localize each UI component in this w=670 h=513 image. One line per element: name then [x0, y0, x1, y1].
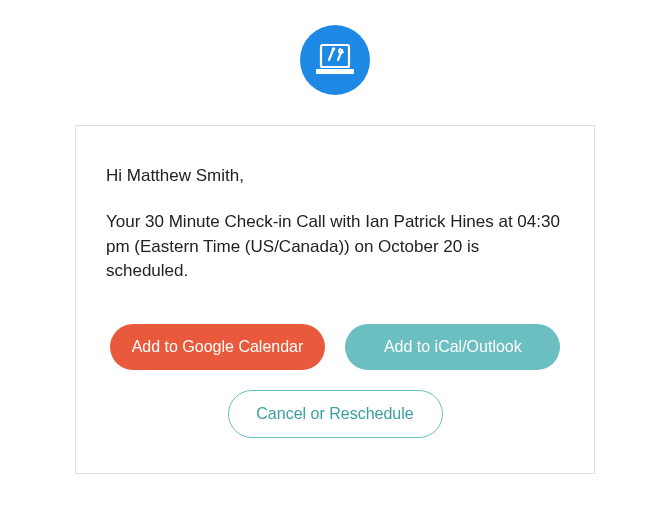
svg-rect-1 [316, 69, 354, 74]
confirmation-card: Hi Matthew Smith, Your 30 Minute Check-i… [75, 125, 595, 474]
laptop-tools-icon [314, 43, 356, 77]
primary-button-row: Add to Google Calendar Add to iCal/Outlo… [106, 324, 564, 370]
svg-point-2 [332, 47, 336, 51]
greeting-text: Hi Matthew Smith, [106, 166, 564, 186]
header-icon-circle [300, 25, 370, 95]
add-google-calendar-button[interactable]: Add to Google Calendar [110, 324, 326, 370]
cancel-reschedule-button[interactable]: Cancel or Reschedule [228, 390, 443, 438]
add-ical-outlook-button[interactable]: Add to iCal/Outlook [345, 324, 560, 370]
secondary-button-row: Cancel or Reschedule [106, 390, 564, 438]
body-text: Your 30 Minute Check-in Call with Ian Pa… [106, 210, 564, 284]
